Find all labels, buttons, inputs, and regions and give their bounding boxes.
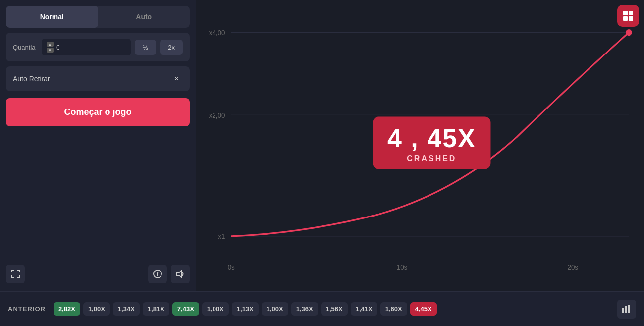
crash-label: CRASHED [387,154,476,163]
auto-retirar-section: Auto Retirar × [6,66,190,91]
svg-rect-5 [629,11,633,15]
svg-text:0s: 0s [228,263,235,271]
crash-multiplier: 4 , 45X [387,125,476,151]
info-button[interactable] [148,265,167,283]
auto-retirar-label: Auto Retirar [13,75,50,83]
grid-icon-button[interactable] [617,5,639,27]
svg-text:20s: 20s [567,263,578,271]
history-tag[interactable]: 1,00X [262,302,288,316]
quantia-input-wrapper: ▲ ▼ € [42,39,131,55]
svg-rect-21 [628,305,630,313]
bottom-controls [6,263,190,285]
quantia-section: Quantia ▲ ▼ € ½ 2x [6,33,190,61]
bar-chart-button[interactable] [617,300,636,319]
history-tag[interactable]: 2,82X [54,302,80,316]
history-tag[interactable]: 1,00X [83,302,110,316]
svg-point-18 [626,29,632,36]
tab-normal[interactable]: Normal [6,6,98,28]
left-panel: Normal Auto Quantia ▲ ▼ € ½ 2x Auto Reti… [0,0,196,291]
history-tags: 2,82X1,00X1,34X1,81X7,43X1,00X1,13X1,00X… [54,302,612,316]
sound-button[interactable] [171,265,190,283]
start-game-button[interactable]: Começar o jogo [6,98,190,126]
fullscreen-button[interactable] [6,265,25,283]
history-tag[interactable]: 1,13X [232,302,259,316]
anterior-label: ANTERIOR [8,305,46,313]
history-tag[interactable]: 1,36X [291,302,318,316]
svg-rect-6 [623,16,628,21]
history-tag[interactable]: 7,43X [172,302,199,316]
double-btn[interactable]: 2x [160,40,183,55]
crash-badge: 4 , 45X CRASHED [373,116,491,169]
currency-symbol: € [56,44,60,51]
svg-point-2 [158,272,158,272]
history-tag[interactable]: 4,45X [410,302,437,316]
history-tag[interactable]: 1,56X [321,302,348,316]
svg-text:x2,00: x2,00 [209,111,225,119]
history-tag[interactable]: 1,00X [202,302,229,316]
svg-text:x4,00: x4,00 [209,29,225,37]
right-panel: x4,00 x2,00 x1 0s 10s 20s 4 , 45X CRASHE… [196,0,644,291]
svg-rect-4 [623,11,628,15]
svg-rect-19 [622,308,624,313]
svg-marker-3 [176,271,181,277]
mode-tabs: Normal Auto [6,6,190,28]
svg-text:x1: x1 [218,232,225,241]
svg-rect-7 [629,16,633,21]
bottom-bar: ANTERIOR 2,82X1,00X1,34X1,81X7,43X1,00X1… [0,291,644,326]
history-tag[interactable]: 1,81X [143,302,169,316]
history-tag[interactable]: 1,60X [380,302,407,316]
amount-stepper[interactable]: ▲ ▼ [47,42,54,53]
quantia-label: Quantia [13,44,36,51]
amount-up-arrow[interactable]: ▲ [47,42,54,47]
tab-auto[interactable]: Auto [98,6,190,28]
history-tag[interactable]: 1,41X [351,302,377,316]
amount-down-arrow[interactable]: ▼ [47,48,54,53]
auto-retirar-close-btn[interactable]: × [170,72,183,85]
chart-area: x4,00 x2,00 x1 0s 10s 20s 4 , 45X CRASHE… [201,5,639,291]
history-tag[interactable]: 1,34X [113,302,140,316]
half-btn[interactable]: ½ [135,40,156,55]
svg-rect-20 [625,306,627,313]
svg-text:10s: 10s [397,263,408,271]
